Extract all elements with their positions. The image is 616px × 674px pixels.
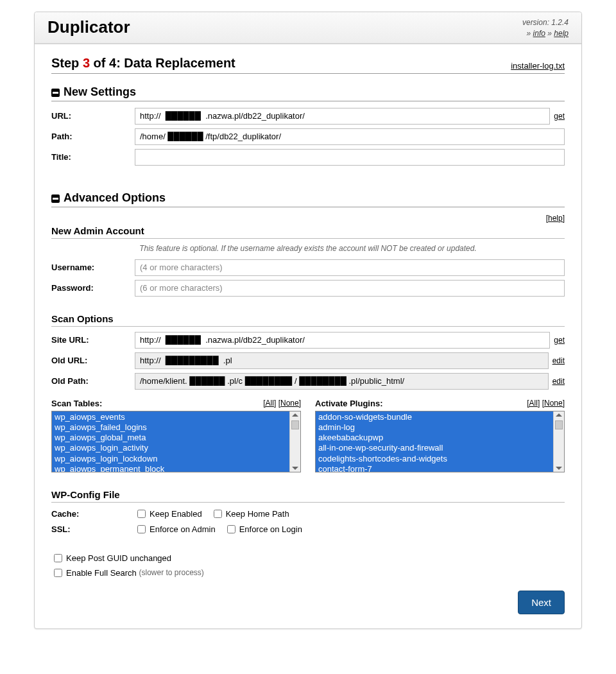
advanced-options-header[interactable]: Advanced Options bbox=[51, 191, 565, 207]
full-search-checkbox[interactable] bbox=[54, 569, 62, 577]
list-item[interactable]: addon-so-widgets-bundle bbox=[318, 412, 551, 422]
scrollbar[interactable] bbox=[553, 411, 564, 472]
url-label: URL: bbox=[51, 111, 135, 121]
oldpath-input[interactable] bbox=[135, 373, 549, 390]
oldpath-label: Old Path: bbox=[51, 376, 135, 386]
siteurl-input[interactable] bbox=[135, 332, 550, 349]
collapse-icon bbox=[51, 194, 60, 203]
version-block: version: 1.2.4 » info » help bbox=[522, 17, 569, 39]
path-input[interactable] bbox=[135, 128, 565, 145]
activate-plugins-column: Activate Plugins: [All] [None] addon-so-… bbox=[315, 399, 565, 472]
list-item[interactable]: wp_aiowps_events bbox=[55, 412, 287, 422]
scrollbar[interactable] bbox=[289, 411, 300, 472]
admin-account-hint: This feature is optional. If the usernam… bbox=[51, 244, 565, 253]
cache-keep-homepath-checkbox[interactable] bbox=[214, 510, 222, 518]
ssl-enforce-login-checkbox[interactable] bbox=[227, 525, 235, 533]
step-header: Step 3 of 4: Data Replacement installer-… bbox=[51, 56, 565, 74]
keep-guid-checkbox[interactable] bbox=[54, 554, 62, 562]
title-input[interactable] bbox=[135, 149, 565, 166]
cache-keep-enabled-checkbox[interactable] bbox=[137, 510, 146, 518]
scan-tables-title: Scan Tables: bbox=[51, 399, 102, 408]
url-get-link[interactable]: get bbox=[554, 112, 565, 121]
activate-plugins-listbox[interactable]: addon-so-widgets-bundleadmin-logakeebaba… bbox=[315, 411, 565, 472]
next-button[interactable]: Next bbox=[518, 591, 565, 614]
oldurl-label: Old URL: bbox=[51, 356, 135, 365]
list-item[interactable]: wp_aiowps_global_meta bbox=[55, 433, 287, 443]
help-link[interactable]: help bbox=[554, 29, 569, 38]
list-item[interactable]: wp_aiowps_login_activity bbox=[55, 443, 287, 453]
advanced-help-link[interactable]: [help] bbox=[546, 214, 565, 223]
tables-none-link[interactable]: [None] bbox=[278, 399, 301, 408]
list-item[interactable]: contact-form-7 bbox=[318, 464, 551, 472]
scan-tables-listbox[interactable]: wp_aiowps_eventswp_aiowps_failed_loginsw… bbox=[51, 411, 301, 472]
siteurl-get-link[interactable]: get bbox=[554, 336, 565, 345]
plugins-all-link[interactable]: [All] bbox=[527, 399, 540, 408]
password-input[interactable] bbox=[135, 280, 565, 297]
list-item[interactable]: wp_aiowps_failed_logins bbox=[55, 422, 287, 433]
list-item[interactable]: wp_aiowps_login_lockdown bbox=[55, 454, 287, 464]
installer-log-link[interactable]: installer-log.txt bbox=[511, 61, 565, 71]
list-item[interactable]: codelights-shortcodes-and-widgets bbox=[318, 454, 551, 464]
new-settings-header[interactable]: New Settings bbox=[51, 85, 565, 101]
password-label: Password: bbox=[51, 283, 135, 293]
collapse-icon bbox=[51, 89, 60, 97]
wpconfig-header: WP-Config File bbox=[51, 489, 565, 503]
app-window: Duplicator version: 1.2.4 » info » help … bbox=[34, 12, 582, 629]
list-item[interactable]: akeebabackupwp bbox=[318, 433, 551, 443]
path-label: Path: bbox=[51, 132, 135, 141]
oldpath-edit-link[interactable]: edit bbox=[552, 377, 565, 386]
activate-plugins-title: Activate Plugins: bbox=[315, 399, 382, 408]
admin-account-header: New Admin Account bbox=[51, 225, 565, 239]
ssl-label: SSL: bbox=[51, 524, 135, 534]
url-input[interactable] bbox=[135, 108, 550, 125]
titlefield-label: Title: bbox=[51, 152, 135, 162]
list-item[interactable]: all-in-one-wp-security-and-firewall bbox=[318, 443, 551, 453]
username-label: Username: bbox=[51, 263, 135, 272]
step-title: Step 3 of 4: Data Replacement bbox=[51, 56, 235, 71]
content: Step 3 of 4: Data Replacement installer-… bbox=[35, 44, 581, 628]
list-item[interactable]: wp_aiowps_permanent_block bbox=[55, 464, 287, 472]
version-label: version: 1.2.4 bbox=[522, 17, 569, 28]
tables-all-link[interactable]: [All] bbox=[263, 399, 276, 408]
siteurl-label: Site URL: bbox=[51, 335, 135, 345]
username-input[interactable] bbox=[135, 259, 565, 276]
cache-label: Cache: bbox=[51, 509, 135, 519]
app-title: Duplicator bbox=[47, 17, 130, 37]
info-link[interactable]: info bbox=[533, 29, 545, 38]
ssl-enforce-admin-checkbox[interactable] bbox=[137, 525, 146, 533]
scan-options-header: Scan Options bbox=[51, 313, 565, 327]
scan-tables-column: Scan Tables: [All] [None] wp_aiowps_even… bbox=[51, 399, 301, 472]
plugins-none-link[interactable]: [None] bbox=[542, 399, 565, 408]
app-header: Duplicator version: 1.2.4 » info » help bbox=[35, 12, 581, 44]
list-item[interactable]: admin-log bbox=[318, 422, 551, 433]
oldurl-edit-link[interactable]: edit bbox=[552, 356, 565, 365]
oldurl-input[interactable] bbox=[135, 352, 549, 369]
